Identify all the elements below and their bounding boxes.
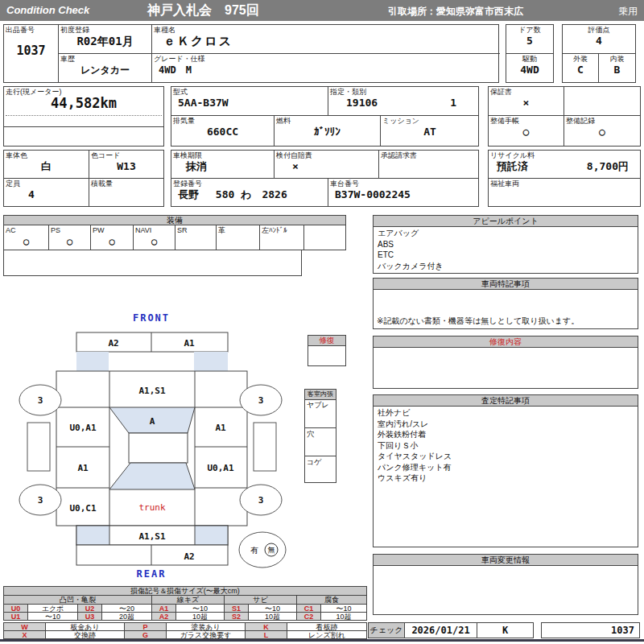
first-registration: R02年01月 [59,35,151,47]
equip-leather-cell: 革 [217,225,260,250]
recycle-label: リサイクル料 [489,151,640,160]
legend-size: エクボ [28,605,78,612]
equip-ps-mark: ○ [49,235,90,248]
doors-drive-table: ドア数 5 駆動 4WD [506,24,554,83]
displacement-cell: 排気量 660CC [171,116,275,146]
cabin-row-hole: 穴 [305,427,336,456]
mission-cell: ミッション AT [381,116,479,146]
odometer-box: 走行(現メーター) 44,582km [3,86,164,147]
check-date-cell: 2026/01/21 [404,622,477,638]
lot-number-label: 出品番号 [4,25,58,35]
repair-flag-box: 修復 [308,335,346,366]
history-label: 車歴 [59,54,151,64]
equip-ps-label: PS [49,225,90,235]
insurance-label: 検付自賠責 [275,151,378,160]
assessment-lines: 社外ナビ 室内汚れ/スレ 外装鉄粉付着 下回りＳ小 タイヤスタッドレス パンク修… [374,406,638,547]
legend-size: 〜10 [249,605,297,612]
recycle-cell: リサイクル料 預託済 8,700円 [489,151,640,179]
condition-sheet: Condition Check 神戸入札会 975回 引取場所：愛知県弥富市西末… [0,0,644,644]
equip-blank-cell [304,225,345,250]
odometer-divider-dotted [6,115,162,116]
check-number-cell: 1037 [541,622,640,638]
mark-code: L [246,631,287,638]
cabin-box: 客室内張 ヤブレ 穴 コゲ [304,389,336,483]
headlight-left [76,352,109,371]
fuel: ｶﾞｿﾘﾝ [275,126,380,138]
check-inspector: K [477,623,533,638]
class-number: 19106 [346,97,378,109]
lot-number: 1037 [4,44,58,57]
grade-label: グレード・仕様 [152,54,500,64]
change-info-panel: 車両変更情報 [373,554,638,615]
cabin-row-tear: ヤブレ [305,399,336,427]
class-sub-number: 1 [450,97,456,109]
equip-lhd-label: 左ﾊﾝﾄﾞﾙ [260,225,303,235]
doors: 5 [506,35,553,47]
lot-number-cell: 出品番号 1037 [4,25,59,82]
legend-size: 10超 [321,613,366,620]
chassis-number: B37W-0002245 [328,188,479,201]
color-code-label: 色コード [89,151,163,160]
left-rear-door-mark: A1 [77,463,89,473]
warranty-label: 保証書 [489,87,564,97]
equip-navi-cell: NAVI ○ [134,225,175,250]
insurance-mark: × [275,160,378,173]
first-registration-label: 初度登録 [59,25,151,35]
rating-table: 評価点 4 外装 C 内装 B [562,24,636,83]
repair-content-panel: 修復内容 [373,336,638,389]
odometer-value: 44,582km [4,97,163,109]
headlight-right [194,352,228,371]
approval-cell: 承認請求書 [379,151,478,179]
drive: 4WD [506,64,553,76]
first-registration-cell: 初度登録 R02年01月 [59,25,152,54]
maintenance-book-mark: ○ [489,126,564,138]
model-name: ｅＫクロス [152,35,500,47]
rear-panel-mark: A1,S1 [138,531,165,542]
appeal-line: ETC [378,250,634,261]
capacity-cell: 定員 4 [4,179,89,206]
legend-code: A2 [152,613,176,620]
equip-lhd-cell: 左ﾊﾝﾄﾞﾙ [260,225,304,250]
interior-grade: B [599,64,635,76]
history: レンタカー [59,64,151,76]
side-sill-right [254,423,276,471]
body-color-cell: 車体色 白 [4,151,89,179]
check-label: チェック [368,622,405,638]
score: 4 [563,35,635,47]
assessment-line: 室内汚れ/スレ [378,419,634,430]
mission-label: ミッション [381,116,479,126]
drive-label: 駆動 [506,54,553,64]
exterior-grade-cell: 外装 C [563,54,599,82]
maintenance-record-cell: 整備記録 ○ [564,116,640,146]
inspection-label: 車検期限 [171,151,274,160]
legend-code: C1 [297,605,321,612]
check-date: 2026/01/21 [405,623,477,638]
body-color: 白 [4,160,89,173]
registration-table: 車検期限 抹消 検付自賠責 × 承認請求書 登録番号 長野 580 わ 2826… [171,150,479,207]
legend-code: U2 [78,605,102,612]
registration-number-label: 登録番号 [171,179,328,188]
warranty-table: 保証書 × 整備手帳 ○ 整備記録 ○ [488,86,641,147]
equip-ac-cell: AC ○ [4,225,49,250]
color-table: 車体色 白 色コード W13 定員 4 積載量 [3,150,164,207]
hood-mark: A1,S1 [138,386,165,396]
repair-flag-header: 修復 [308,336,345,346]
mark-desc: 看板跡 [287,623,366,630]
assessment-panel: 査定特記事項 社外ナビ 室内汚れ/スレ 外装鉄粉付着 下回りＳ小 タイヤスタッド… [373,394,638,547]
vehicle-notes-header: 車両特記事項 [374,279,638,290]
body-color-label: 車体色 [4,151,89,160]
approval-label: 承認請求書 [379,151,478,160]
model-name-cell: 車種名 ｅＫクロス [152,25,500,54]
mark-desc: 板金あり [46,623,125,630]
equipment-row: AC ○ PS ○ PW ○ NAVI ○ SR 革 左ﾊﾝﾄﾞﾙ [3,225,346,250]
inspection: 抹消 [171,160,274,173]
capacity: 4 [4,188,89,201]
welfare-cell: 福祉車両 [489,179,640,206]
load-cell: 積載量 [89,179,163,206]
exterior-grade-label: 外装 [563,54,598,64]
odometer-divider [4,126,163,127]
assessment-line: 下回りＳ小 [378,440,634,452]
windshield-mark: A [150,416,155,427]
color-code: W13 [89,160,163,173]
tire-rear-right-depth: 3 [258,495,264,506]
